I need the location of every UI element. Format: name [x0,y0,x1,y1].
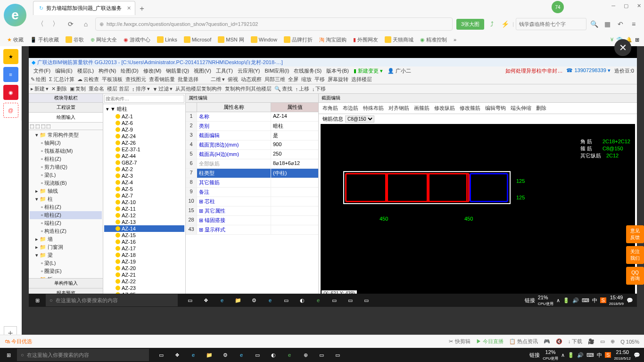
list-item[interactable]: AZ-11 [104,206,184,212]
list-item[interactable]: AZ-21 [104,272,184,278]
bookmark-item[interactable]: Microsof [182,35,214,44]
tree-item[interactable]: ▫ 框柱(Z) [30,155,102,163]
tb-batch-select[interactable]: 批量选择 [178,76,198,83]
qq-button[interactable]: QQ咨询 [626,267,644,285]
tb-app-icon[interactable]: ⚙ [247,294,262,307]
taskbar-app-icon[interactable]: 📁 [202,348,217,362]
prop-row[interactable]: 3截面编辑是 [186,131,318,140]
list-item[interactable]: AZ-24 [104,133,184,140]
tree-item[interactable]: ▾ 📁 常用构件类型 [30,131,102,139]
share-icon[interactable]: ⤴ [486,18,497,30]
gamepad-icon[interactable]: 🎮 [544,338,550,345]
menu-cloud[interactable]: 云应用(Y) [236,67,262,74]
tb-app-icon[interactable]: e [215,294,230,307]
tb-copy-to[interactable]: 复制构件到其他楼层 [225,85,272,92]
tree-item[interactable]: ▫ 筏板基础(M) [30,147,102,155]
tree-item[interactable]: ▫ 圈梁(E) [30,267,102,275]
image-count-button[interactable]: 3张大图 [456,19,484,30]
tray-battery-icon[interactable]: 🔋 [568,352,574,358]
tree-item[interactable]: ▾ 📁 柱 [30,195,102,203]
list-item[interactable]: AZ-18 [104,252,184,258]
sidebar-at-icon[interactable]: @ [3,103,18,118]
tree-item[interactable]: ▫ 剪力墙(Q) [30,163,102,171]
tool-icon[interactable]: ▭ [600,338,605,345]
menu-bim[interactable]: BIM应用(I) [263,67,291,74]
taskbar-app-icon[interactable]: e [234,348,249,362]
tree-item[interactable]: ▫ 构造柱(Z) [30,227,102,235]
tree-item[interactable]: ▫ 端柱(Z) [30,219,102,227]
tb-2d[interactable]: 二维 ▾ [211,76,225,83]
tb-copy[interactable]: ▣ 复制 [70,85,86,92]
menu-icon[interactable]: ≡ [628,18,639,30]
bookmark-item[interactable]: ★收藏 [5,35,26,44]
list-item[interactable]: AZ-13 [104,219,184,225]
section-tab[interactable]: 端头伸缩 [511,105,531,112]
tray-keyboard-icon[interactable]: ⌨ [586,352,594,358]
tree-item[interactable]: ▾ 📁 梁 [30,251,102,259]
section-tab[interactable]: 删除 [536,105,546,112]
tb-app-icon[interactable]: 📁 [231,294,246,307]
tb-app-icon[interactable]: ▭ [343,294,358,307]
list-item[interactable]: AZ-19 [104,258,184,265]
sidebar-star-icon[interactable]: ★ [3,49,18,64]
tb-app-icon[interactable]: ▭ [327,294,342,307]
tb-floor-select[interactable]: 楼层 首层 [107,85,129,92]
mute-icon[interactable]: 🔇 [556,338,562,345]
tb-pan[interactable]: 平移 [314,76,325,83]
clock[interactable]: 15:492018/5/9 [609,295,624,306]
prop-row[interactable]: 6全部纵筋8⌀18+6⌀12 [186,159,318,169]
maximize-icon[interactable]: ▢ [624,3,628,9]
nav-tab-settings[interactable]: 工程设置 [29,103,103,113]
tb-sort[interactable]: ↕ 排序 ▾ [132,85,150,92]
prop-row[interactable]: 9备注 [186,188,318,197]
list-item[interactable]: AZ-16 [104,239,184,245]
minimize-icon[interactable]: ─ [611,3,615,9]
list-item[interactable]: AZ-15 [104,232,184,239]
section-tab[interactable]: 布角筋 [322,105,338,112]
sidebar-weibo-icon[interactable]: ◉ [3,85,18,100]
tb-down[interactable]: ↓ 下移 [312,85,326,92]
taskbar-app-icon[interactable]: e [186,348,201,362]
menu-view[interactable]: 视图(V) [192,67,213,74]
list-item[interactable]: AZ-2 [104,166,184,173]
tray-sogou-icon[interactable]: S [605,352,611,358]
bookmark-item[interactable]: ⊕网址大全 [88,35,119,44]
component-search-input[interactable] [104,95,184,103]
notification-icon[interactable]: 💬 [634,352,640,358]
tree-item[interactable]: ▫ 轴网(J) [30,139,102,147]
tb-app-icon[interactable]: ▭ [279,294,294,307]
tray-icon[interactable]: ∧ [556,297,560,304]
list-item[interactable]: AZ-22 [104,278,184,285]
bookmark-more[interactable]: » [451,36,459,43]
menu-modify[interactable]: 修改(M) [141,67,164,74]
bookmark-item[interactable]: ◉游戏中心 [121,35,153,44]
taskbar-app-icon[interactable]: ▭ [330,348,345,362]
bookmark-item[interactable]: MSN 网 [215,35,247,44]
nav-tab-draw[interactable]: 绘图输入 [29,113,103,123]
back-icon[interactable]: 〈 [35,18,46,30]
tree-item[interactable]: ▸ 📁 墙 [30,235,102,243]
list-item[interactable]: GBZ-7 [104,159,184,166]
tray-volume-icon[interactable]: 🔊 [577,352,584,358]
list-root[interactable]: ▾ ▼ 暗柱 [104,105,184,113]
feedback-button[interactable]: 意见反馈 [626,225,644,243]
taskbar-app-icon[interactable]: ⊕ [298,348,313,362]
taskbar-app-icon[interactable]: ▭ [314,348,329,362]
tb-3d[interactable]: 局部三维 [264,76,285,83]
tb-copy-from[interactable]: 从其他楼层复制构件 [175,85,222,92]
follow-button[interactable]: 关注我们 [626,246,644,264]
tb-fullscreen[interactable]: 全屏 [288,76,298,83]
list-item[interactable]: AZ-7 [104,192,184,199]
tb-top-view[interactable]: 俯视 [228,76,238,83]
extensions-icon[interactable]: ▦ [602,18,613,30]
sidebar-doc-icon[interactable]: ≡ [3,67,18,82]
tb-up[interactable]: ↑ 上移 [295,85,309,92]
tb-app-icon[interactable]: ◐ [295,294,310,307]
forward-icon[interactable]: 〉 [50,18,61,30]
menu-component[interactable]: 构件(N) [97,67,118,74]
taskbar-clock[interactable]: 21:502018/5/12 [614,349,631,361]
prop-row[interactable]: 2类别暗柱 [186,122,318,131]
tree-item[interactable]: ▫ 梁(L) [30,171,102,179]
bookmark-item[interactable]: 天猫商城 [382,35,416,44]
tray-icon[interactable]: 🔋 [563,297,570,304]
